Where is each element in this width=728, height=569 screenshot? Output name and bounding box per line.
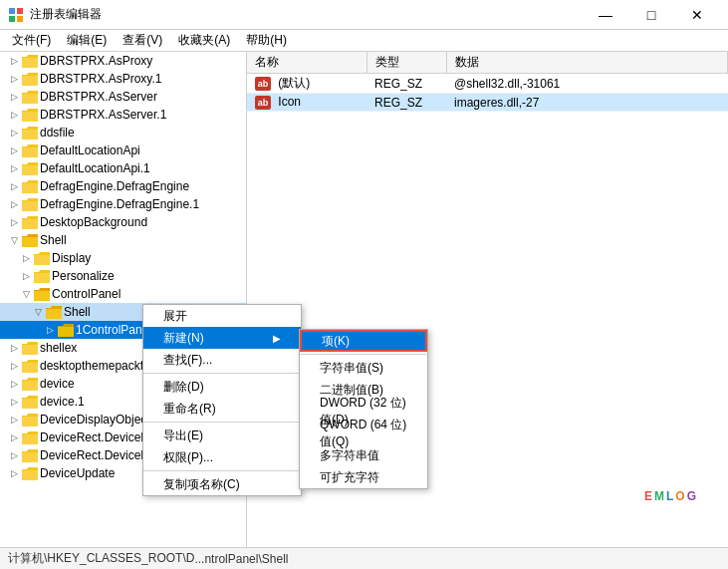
toggle-icon[interactable]: ▷ — [8, 342, 20, 354]
folder-icon — [22, 54, 38, 68]
maximize-button[interactable]: □ — [628, 0, 674, 30]
toggle-icon[interactable]: ▷ — [8, 73, 20, 85]
folder-icon — [22, 179, 38, 193]
toggle-icon[interactable]: ▷ — [8, 127, 20, 139]
ctx-new[interactable]: 新建(N) ▶ — [143, 327, 301, 349]
toggle-icon[interactable]: ▷ — [8, 431, 20, 443]
menu-help[interactable]: 帮助(H) — [238, 30, 295, 51]
tree-item-defaultlocationapi[interactable]: ▷ DefaultLocationApi — [0, 142, 246, 159]
tree-item-dbrstprx-asproxy[interactable]: ▷ DBRSTPRX.AsProxy — [0, 52, 246, 70]
tree-item-defaultlocationapi1[interactable]: ▷ DefaultLocationApi.1 — [0, 159, 246, 177]
tree-label: Display — [52, 251, 91, 265]
menu-favorites[interactable]: 收藏夹(A) — [170, 30, 238, 51]
tree-item-dbrstprx-asserver1[interactable]: ▷ DBRSTPRX.AsServer.1 — [0, 106, 246, 124]
toggle-icon[interactable]: ▷ — [8, 396, 20, 408]
menu-edit[interactable]: 编辑(E) — [59, 30, 115, 51]
context-menu: 展开 新建(N) ▶ 查找(F)... 删除(D) 重命名(R) 导出(E) 权… — [142, 304, 302, 496]
toggle-icon[interactable]: ▷ — [8, 144, 20, 156]
toggle-icon[interactable]: ▷ — [8, 180, 20, 192]
folder-icon — [22, 90, 38, 104]
folder-icon — [22, 108, 38, 122]
toggle-icon[interactable]: ▷ — [20, 270, 32, 282]
tree-label: Shell — [40, 233, 67, 247]
tree-item-defragengine1[interactable]: ▷ DefragEngine.DefragEngine.1 — [0, 195, 246, 213]
tree-item-shell[interactable]: ▽ Shell — [0, 231, 246, 249]
status-bar: 计算机\HKEY_CLASSES_ROOT\D ... ntrolPanel\S… — [0, 547, 728, 569]
toggle-icon[interactable]: ▷ — [8, 360, 20, 372]
toggle-icon[interactable]: ▷ — [8, 414, 20, 426]
toggle-icon[interactable]: ▷ — [8, 449, 20, 461]
sub-ctx-key[interactable]: 项(K) — [300, 330, 427, 352]
cell-name: ab Icon — [247, 94, 366, 112]
folder-icon — [22, 377, 38, 391]
close-button[interactable]: ✕ — [674, 0, 720, 30]
toggle-icon[interactable]: ▷ — [8, 91, 20, 103]
tree-item-defragengine[interactable]: ▷ DefragEngine.DefragEngine — [0, 177, 246, 195]
toggle-icon[interactable]: ▷ — [8, 467, 20, 479]
ctx-rename[interactable]: 重命名(R) — [143, 398, 301, 420]
table-row[interactable]: ab Icon REG_SZ imageres.dll,-27 — [247, 94, 728, 112]
cell-data: imageres.dll,-27 — [446, 94, 728, 112]
folder-icon — [22, 143, 38, 157]
toggle-icon[interactable]: ▷ — [8, 198, 20, 210]
folder-icon — [22, 413, 38, 427]
sub-ctx-expandstr[interactable]: 可扩充字符 — [300, 466, 427, 488]
tree-item-dbrstprx-asserver[interactable]: ▷ DBRSTPRX.AsServer — [0, 88, 246, 106]
tree-label: ddsfile — [40, 126, 75, 140]
toggle-icon[interactable]: ▽ — [8, 234, 20, 246]
toggle-icon[interactable]: ▷ — [8, 216, 20, 228]
folder-icon — [22, 395, 38, 409]
tree-label: DefaultLocationApi — [40, 143, 140, 157]
values-table: 名称 类型 数据 ab (默认) REG_SZ @shell32.dll,-31… — [247, 52, 728, 112]
tree-item-ddsfile[interactable]: ▷ ddsfile — [0, 124, 246, 142]
ctx-export-label: 导出(E) — [163, 427, 203, 444]
minimize-button[interactable]: ― — [583, 0, 628, 30]
tree-label: DBRSTPRX.AsServer.1 — [40, 108, 166, 122]
toggle-icon[interactable]: ▷ — [20, 252, 32, 264]
ctx-find[interactable]: 查找(F)... — [143, 349, 301, 371]
tree-item-personalize[interactable]: ▷ Personalize — [0, 267, 246, 285]
tree-label: DBRSTPRX.AsProxy.1 — [40, 72, 161, 86]
col-header-data[interactable]: 数据 — [446, 52, 728, 74]
sub-ctx-multistr-label: 多字符串值 — [320, 447, 379, 464]
sub-ctx-strval[interactable]: 字符串值(S) — [300, 357, 427, 379]
ctx-permissions[interactable]: 权限(P)... — [143, 446, 301, 468]
sub-ctx-multistr[interactable]: 多字符串值 — [300, 444, 427, 466]
folder-icon — [34, 269, 50, 283]
col-header-type[interactable]: 类型 — [366, 52, 446, 74]
menu-view[interactable]: 查看(V) — [115, 30, 170, 51]
ctx-copyname[interactable]: 复制项名称(C) — [143, 473, 301, 495]
tree-item-controlpanel[interactable]: ▽ ControlPanel — [0, 285, 246, 303]
folder-icon — [22, 72, 38, 86]
toggle-icon[interactable]: ▽ — [20, 288, 32, 300]
app-icon — [8, 7, 24, 23]
tree-item-dbrstprx-asproxy1[interactable]: ▷ DBRSTPRX.AsProxy.1 — [0, 70, 246, 88]
tree-item-display[interactable]: ▷ Display — [0, 249, 246, 267]
sub-ctx-key-label: 项(K) — [322, 333, 350, 350]
menu-file[interactable]: 文件(F) — [4, 30, 59, 51]
col-header-name[interactable]: 名称 — [247, 52, 366, 74]
folder-icon — [46, 305, 62, 319]
toggle-icon[interactable]: ▷ — [8, 378, 20, 390]
status-text: 计算机\HKEY_CLASSES_ROOT\D — [8, 550, 194, 567]
folder-icon — [58, 323, 74, 337]
toggle-icon[interactable]: ▽ — [32, 306, 44, 318]
tree-label: Personalize — [52, 269, 115, 283]
sub-ctx-sep1 — [300, 354, 427, 355]
tree-label: DeviceUpdate — [40, 466, 115, 480]
table-row[interactable]: ab (默认) REG_SZ @shell32.dll,-31061 — [247, 74, 728, 94]
toggle-icon[interactable]: ▷ — [8, 162, 20, 174]
toggle-icon[interactable]: ▷ — [8, 109, 20, 121]
ctx-expand[interactable]: 展开 — [143, 305, 301, 327]
ctx-delete[interactable]: 删除(D) — [143, 376, 301, 398]
emlog-g: G — [687, 489, 698, 503]
ctx-export[interactable]: 导出(E) — [143, 425, 301, 446]
cell-data: @shell32.dll,-31061 — [446, 74, 728, 94]
ctx-separator2 — [143, 422, 301, 423]
tree-label: shellex — [40, 341, 77, 355]
toggle-icon[interactable]: ▷ — [8, 55, 20, 67]
sub-context-menu: 项(K) 字符串值(S) 二进制值(B) DWORD (32 位)值(D) QW… — [299, 329, 428, 489]
toggle-icon[interactable]: ▷ — [44, 324, 56, 336]
sub-ctx-qword[interactable]: QWORD (64 位)值(Q) — [300, 423, 427, 444]
tree-item-desktopbackground[interactable]: ▷ DesktopBackground — [0, 213, 246, 231]
